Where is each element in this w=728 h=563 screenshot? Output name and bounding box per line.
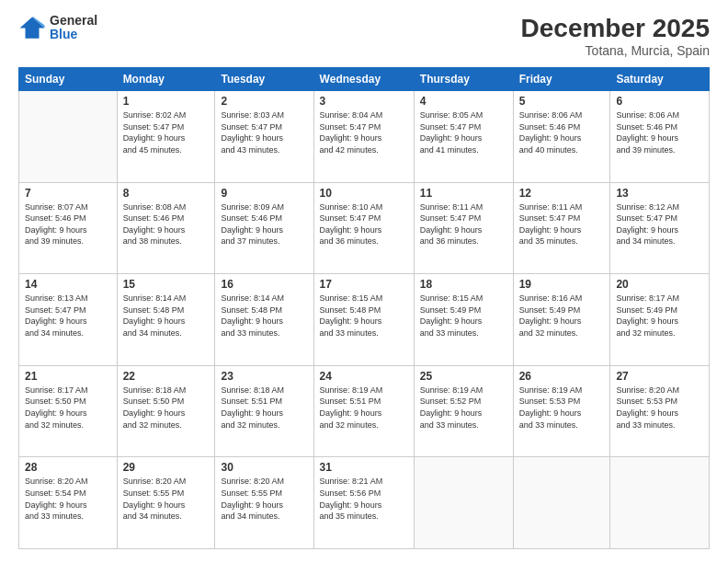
day-number: 2	[221, 95, 307, 108]
calendar-cell: 15Sunrise: 8:14 AMSunset: 5:48 PMDayligh…	[117, 274, 215, 366]
calendar-cell: 24Sunrise: 8:19 AMSunset: 5:51 PMDayligh…	[313, 365, 414, 457]
day-info: Sunrise: 8:20 AMSunset: 5:54 PMDaylight:…	[25, 476, 111, 522]
logo-general-text: General	[50, 14, 97, 28]
day-info: Sunrise: 8:10 AMSunset: 5:47 PMDaylight:…	[320, 201, 408, 247]
day-number: 29	[123, 461, 210, 474]
calendar-cell: 29Sunrise: 8:20 AMSunset: 5:55 PMDayligh…	[117, 457, 215, 549]
header: General Blue December 2025 Totana, Murci…	[18, 14, 710, 58]
calendar-cell: 30Sunrise: 8:20 AMSunset: 5:55 PMDayligh…	[215, 457, 313, 549]
calendar-cell: 22Sunrise: 8:18 AMSunset: 5:50 PMDayligh…	[117, 365, 215, 457]
weekday-header-thursday: Thursday	[414, 68, 513, 91]
calendar-table: SundayMondayTuesdayWednesdayThursdayFrid…	[18, 67, 710, 549]
day-info: Sunrise: 8:19 AMSunset: 5:51 PMDaylight:…	[320, 385, 408, 431]
calendar-cell	[19, 91, 118, 183]
day-number: 3	[320, 95, 408, 108]
logo-icon	[18, 14, 46, 41]
day-number: 9	[221, 187, 307, 200]
calendar-cell: 26Sunrise: 8:19 AMSunset: 5:53 PMDayligh…	[513, 365, 610, 457]
day-number: 23	[221, 370, 307, 383]
day-info: Sunrise: 8:19 AMSunset: 5:52 PMDaylight:…	[420, 385, 507, 431]
day-number: 7	[25, 187, 111, 200]
title-block: December 2025 Totana, Murcia, Spain	[521, 14, 710, 58]
day-number: 6	[616, 95, 703, 108]
weekday-header-row: SundayMondayTuesdayWednesdayThursdayFrid…	[19, 68, 710, 91]
calendar-body: 1Sunrise: 8:02 AMSunset: 5:47 PMDaylight…	[19, 91, 710, 549]
day-number: 13	[616, 187, 703, 200]
weekday-header-friday: Friday	[513, 68, 610, 91]
calendar-cell: 9Sunrise: 8:09 AMSunset: 5:46 PMDaylight…	[215, 182, 313, 274]
calendar-cell: 1Sunrise: 8:02 AMSunset: 5:47 PMDaylight…	[117, 91, 215, 183]
day-info: Sunrise: 8:12 AMSunset: 5:47 PMDaylight:…	[616, 201, 703, 247]
day-info: Sunrise: 8:18 AMSunset: 5:51 PMDaylight:…	[221, 385, 307, 431]
day-info: Sunrise: 8:11 AMSunset: 5:47 PMDaylight:…	[519, 201, 605, 247]
subtitle: Totana, Murcia, Spain	[521, 43, 710, 58]
calendar-cell: 13Sunrise: 8:12 AMSunset: 5:47 PMDayligh…	[610, 182, 710, 274]
day-number: 11	[420, 187, 507, 200]
day-number: 22	[123, 370, 210, 383]
weekday-header-monday: Monday	[117, 68, 215, 91]
calendar-week-2: 7Sunrise: 8:07 AMSunset: 5:46 PMDaylight…	[19, 182, 710, 274]
calendar-cell: 16Sunrise: 8:14 AMSunset: 5:48 PMDayligh…	[215, 274, 313, 366]
calendar-cell: 23Sunrise: 8:18 AMSunset: 5:51 PMDayligh…	[215, 365, 313, 457]
day-number: 10	[320, 187, 408, 200]
day-info: Sunrise: 8:13 AMSunset: 5:47 PMDaylight:…	[25, 293, 111, 339]
day-number: 20	[616, 278, 703, 291]
calendar-header: SundayMondayTuesdayWednesdayThursdayFrid…	[19, 68, 710, 91]
calendar-cell: 3Sunrise: 8:04 AMSunset: 5:47 PMDaylight…	[313, 91, 414, 183]
day-number: 26	[519, 370, 605, 383]
calendar-cell: 2Sunrise: 8:03 AMSunset: 5:47 PMDaylight…	[215, 91, 313, 183]
page: General Blue December 2025 Totana, Murci…	[0, 0, 728, 563]
day-info: Sunrise: 8:17 AMSunset: 5:50 PMDaylight:…	[25, 385, 111, 431]
logo: General Blue	[18, 14, 97, 42]
calendar-cell: 28Sunrise: 8:20 AMSunset: 5:54 PMDayligh…	[19, 457, 118, 549]
calendar-cell: 12Sunrise: 8:11 AMSunset: 5:47 PMDayligh…	[513, 182, 610, 274]
calendar-week-5: 28Sunrise: 8:20 AMSunset: 5:54 PMDayligh…	[19, 457, 710, 549]
calendar-cell: 14Sunrise: 8:13 AMSunset: 5:47 PMDayligh…	[19, 274, 118, 366]
calendar-cell: 6Sunrise: 8:06 AMSunset: 5:46 PMDaylight…	[610, 91, 710, 183]
calendar-cell: 27Sunrise: 8:20 AMSunset: 5:53 PMDayligh…	[610, 365, 710, 457]
day-number: 15	[123, 278, 210, 291]
calendar-cell: 7Sunrise: 8:07 AMSunset: 5:46 PMDaylight…	[19, 182, 118, 274]
day-number: 30	[221, 461, 307, 474]
weekday-header-tuesday: Tuesday	[215, 68, 313, 91]
day-number: 4	[420, 95, 507, 108]
day-info: Sunrise: 8:14 AMSunset: 5:48 PMDaylight:…	[123, 293, 210, 339]
calendar-cell	[513, 457, 610, 549]
day-info: Sunrise: 8:15 AMSunset: 5:49 PMDaylight:…	[420, 293, 507, 339]
calendar-cell: 17Sunrise: 8:15 AMSunset: 5:48 PMDayligh…	[313, 274, 414, 366]
day-number: 12	[519, 187, 605, 200]
day-info: Sunrise: 8:05 AMSunset: 5:47 PMDaylight:…	[420, 109, 507, 155]
day-info: Sunrise: 8:21 AMSunset: 5:56 PMDaylight:…	[320, 476, 408, 522]
day-info: Sunrise: 8:09 AMSunset: 5:46 PMDaylight:…	[221, 201, 307, 247]
day-number: 28	[25, 461, 111, 474]
calendar-week-3: 14Sunrise: 8:13 AMSunset: 5:47 PMDayligh…	[19, 274, 710, 366]
calendar-cell: 19Sunrise: 8:16 AMSunset: 5:49 PMDayligh…	[513, 274, 610, 366]
day-info: Sunrise: 8:03 AMSunset: 5:47 PMDaylight:…	[221, 109, 307, 155]
day-info: Sunrise: 8:07 AMSunset: 5:46 PMDaylight:…	[25, 201, 111, 247]
day-info: Sunrise: 8:04 AMSunset: 5:47 PMDaylight:…	[320, 109, 408, 155]
calendar-cell	[414, 457, 513, 549]
calendar-cell: 21Sunrise: 8:17 AMSunset: 5:50 PMDayligh…	[19, 365, 118, 457]
day-number: 21	[25, 370, 111, 383]
day-info: Sunrise: 8:06 AMSunset: 5:46 PMDaylight:…	[519, 109, 605, 155]
calendar-cell: 25Sunrise: 8:19 AMSunset: 5:52 PMDayligh…	[414, 365, 513, 457]
calendar-cell: 5Sunrise: 8:06 AMSunset: 5:46 PMDaylight…	[513, 91, 610, 183]
calendar-cell: 20Sunrise: 8:17 AMSunset: 5:49 PMDayligh…	[610, 274, 710, 366]
day-info: Sunrise: 8:08 AMSunset: 5:46 PMDaylight:…	[123, 201, 210, 247]
day-number: 16	[221, 278, 307, 291]
weekday-header-saturday: Saturday	[610, 68, 710, 91]
calendar-cell: 11Sunrise: 8:11 AMSunset: 5:47 PMDayligh…	[414, 182, 513, 274]
day-number: 25	[420, 370, 507, 383]
weekday-header-wednesday: Wednesday	[313, 68, 414, 91]
day-info: Sunrise: 8:20 AMSunset: 5:55 PMDaylight:…	[123, 476, 210, 522]
day-number: 1	[123, 95, 210, 108]
calendar-cell: 8Sunrise: 8:08 AMSunset: 5:46 PMDaylight…	[117, 182, 215, 274]
svg-marker-0	[20, 17, 45, 39]
day-info: Sunrise: 8:15 AMSunset: 5:48 PMDaylight:…	[320, 293, 408, 339]
day-number: 31	[320, 461, 408, 474]
day-info: Sunrise: 8:11 AMSunset: 5:47 PMDaylight:…	[420, 201, 507, 247]
day-info: Sunrise: 8:14 AMSunset: 5:48 PMDaylight:…	[221, 293, 307, 339]
day-number: 27	[616, 370, 703, 383]
main-title: December 2025	[521, 14, 710, 43]
day-info: Sunrise: 8:20 AMSunset: 5:55 PMDaylight:…	[221, 476, 307, 522]
